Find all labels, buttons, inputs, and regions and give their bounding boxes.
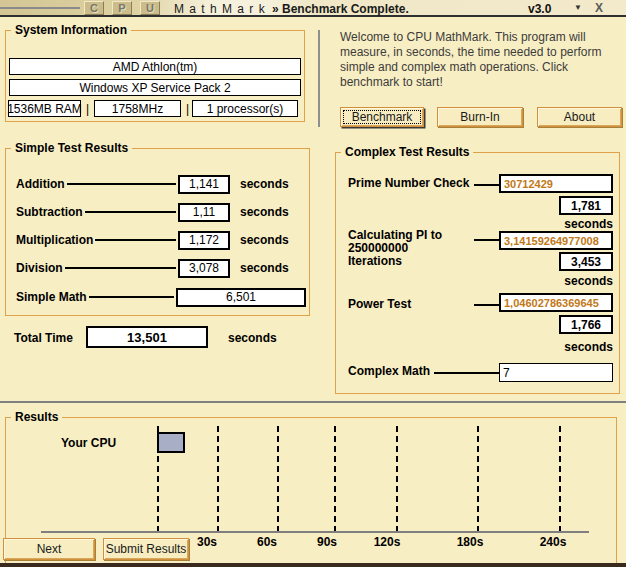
- status-text: » Benchmark Complete.: [272, 2, 409, 16]
- test-value-field: 1,141: [178, 175, 230, 194]
- app-window: C P U M a t h M a r k » Benchmark Comple…: [0, 0, 626, 567]
- gridline-60s: [277, 426, 279, 532]
- vertical-divider: [318, 30, 320, 127]
- about-button[interactable]: About: [537, 107, 622, 127]
- test-label: Prime Number Check: [348, 177, 469, 190]
- cpu-name-field: AMD Athlon(tm): [9, 58, 301, 75]
- simple-test-results-group: Simple Test Results Addition 1,141 secon…: [5, 148, 310, 316]
- test-label: Multiplication: [16, 233, 93, 247]
- test-unit: seconds: [536, 217, 613, 231]
- test-unit: seconds: [230, 233, 288, 247]
- test-label: Subtraction: [16, 205, 83, 219]
- leader-line: [65, 267, 176, 269]
- close-icon[interactable]: X: [595, 1, 603, 15]
- complex-test-results-group: Complex Test Results Prime Number Check …: [335, 152, 620, 394]
- chevron-down-icon[interactable]: ▼: [574, 3, 582, 12]
- welcome-text: Welcome to CPU MathMark. This program wi…: [340, 30, 626, 90]
- leader-line: [89, 296, 174, 298]
- leader-line: [67, 183, 176, 185]
- tick-label-30s: 30s: [197, 535, 217, 549]
- test-value-field: 3,078: [178, 259, 230, 278]
- total-time-label: Total Time: [14, 331, 73, 345]
- cpu-letter-u: U: [140, 1, 160, 15]
- test-label: Addition: [16, 177, 65, 191]
- test-label: Simple Math: [16, 290, 87, 304]
- your-cpu-label: Your CPU: [61, 436, 116, 450]
- your-cpu-bar: [157, 432, 185, 453]
- complex-test-results-title: Complex Test Results: [341, 145, 473, 159]
- gridline-240s: [559, 426, 561, 532]
- test-unit: seconds: [536, 340, 613, 354]
- simple-test-row-addition: Addition 1,141 seconds: [16, 174, 288, 194]
- clock-speed-field: 1758MHz: [94, 100, 181, 117]
- simple-test-row-division: Division 3,078 seconds: [16, 258, 288, 278]
- test-unit: seconds: [536, 274, 613, 288]
- simple-test-row-multiplication: Multiplication 1,172 seconds: [16, 230, 288, 250]
- benchmark-button[interactable]: Benchmark: [340, 107, 424, 127]
- ram-field: 1536MB RAM: [8, 100, 81, 117]
- field-separator: |: [186, 102, 189, 116]
- cpu-letter-p: P: [112, 1, 132, 15]
- test-value-field: 6,501: [176, 288, 306, 307]
- total-time-unit: seconds: [228, 331, 277, 345]
- titlebar-decorative-line: [0, 7, 80, 9]
- test-label: Power Test: [348, 298, 411, 311]
- simple-test-row-simple-math: Simple Math 6,501: [16, 287, 306, 307]
- version-label: v3.0: [528, 2, 551, 16]
- results-group: Results Your CPU 30s 60s 90s 120s 180s 2…: [5, 417, 617, 566]
- simple-test-results-title: Simple Test Results: [11, 141, 132, 155]
- pi-time-field: 3,453: [559, 252, 613, 271]
- processor-count-field: 1 processor(s): [192, 100, 298, 117]
- leader-line: [95, 239, 176, 241]
- submit-results-button[interactable]: Submit Results: [103, 538, 189, 560]
- os-name-field: Windows XP Service Pack 2: [9, 79, 301, 96]
- total-time-field: 13,501: [86, 326, 208, 348]
- complex-math-field: 7: [499, 363, 613, 382]
- prime-time-field: 1,781: [559, 196, 613, 215]
- leader-line: [85, 211, 176, 213]
- tick-label-60s: 60s: [257, 535, 277, 549]
- complex-math-label: Complex Math: [348, 365, 430, 378]
- window-bottom-edge: [0, 563, 626, 567]
- test-value-field: 1,172: [178, 231, 230, 250]
- app-title: M a t h M a r k: [174, 2, 266, 16]
- power-time-field: 1,766: [559, 315, 613, 334]
- gridline-120s: [396, 426, 398, 532]
- prime-result-field: 30712429: [499, 174, 613, 193]
- next-comparison-button[interactable]: Next Comparison: [3, 538, 95, 560]
- gridline-30s: [217, 426, 219, 532]
- tick-label-240s: 240s: [540, 535, 567, 549]
- horizontal-divider: [0, 401, 626, 403]
- results-title: Results: [11, 410, 62, 424]
- cpu-letter-c: C: [84, 1, 104, 15]
- gridline-180s: [477, 426, 479, 532]
- system-information-group: System Information AMD Athlon(tm) Window…: [5, 30, 305, 122]
- pi-result-field: 3,14159264977008: [499, 231, 613, 250]
- system-information-title: System Information: [11, 23, 131, 37]
- test-unit: seconds: [230, 205, 288, 219]
- leader-line: [474, 184, 499, 186]
- leader-line: [474, 304, 499, 306]
- gridline-90s: [334, 426, 336, 532]
- test-label: Calculating PI to 250000000 Iterations: [348, 229, 442, 268]
- leader-line: [434, 372, 499, 374]
- tick-label-180s: 180s: [457, 535, 484, 549]
- title-bar: C P U M a t h M a r k » Benchmark Comple…: [0, 0, 626, 17]
- tick-label-120s: 120s: [374, 535, 401, 549]
- test-value-field: 1,11: [178, 203, 230, 222]
- leader-line: [474, 239, 499, 241]
- test-unit: seconds: [230, 261, 288, 275]
- power-result-field: 1,04602786369645: [499, 293, 613, 312]
- simple-test-row-subtraction: Subtraction 1,11 seconds: [16, 202, 288, 222]
- field-separator: |: [86, 102, 89, 116]
- x-axis-line: [41, 531, 589, 533]
- test-label: Division: [16, 261, 63, 275]
- test-unit: seconds: [230, 177, 288, 191]
- tick-label-90s: 90s: [317, 535, 337, 549]
- burn-in-button[interactable]: Burn-In: [437, 107, 523, 127]
